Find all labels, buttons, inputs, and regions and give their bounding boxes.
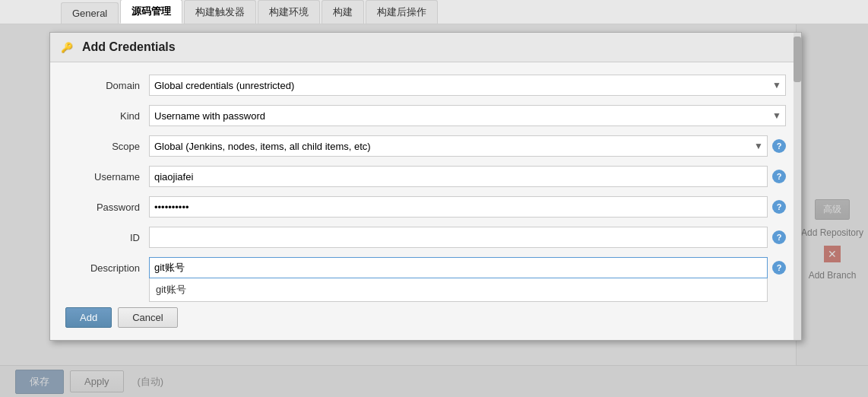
main-area: 🔑 Add Credentials Domain Global credenti… [0, 24, 868, 397]
username-control: ? [149, 166, 786, 187]
kind-select-wrapper: Username with password ▼ [149, 105, 786, 126]
key-icon: 🔑 [61, 43, 76, 52]
username-help-icon[interactable]: ? [772, 170, 786, 183]
description-dropdown-item[interactable]: git账号 [150, 278, 767, 301]
scope-control: Global (Jenkins, nodes, items, all child… [149, 135, 786, 157]
modal-scrollbar[interactable] [794, 33, 801, 340]
description-label: Description [65, 262, 149, 274]
id-row: ID ? [65, 227, 786, 248]
tab-general[interactable]: General [61, 2, 119, 24]
description-dropdown: git账号 [149, 278, 768, 302]
domain-row: Domain Global credentials (unrestricted)… [65, 75, 786, 96]
id-control: ? [149, 227, 786, 248]
password-control: ? [149, 196, 786, 218]
modal-header: 🔑 Add Credentials [50, 33, 801, 62]
domain-select-wrapper: Global credentials (unrestricted) ▼ [149, 75, 786, 96]
scope-help-icon[interactable]: ? [772, 139, 786, 153]
tab-build[interactable]: 构建 [322, 0, 364, 24]
password-help-icon[interactable]: ? [772, 200, 786, 214]
modal-scrollbar-thumb[interactable] [794, 37, 801, 82]
tab-bar: General 源码管理 构建触发器 构建环境 构建 构建后操作 [0, 0, 868, 24]
domain-select[interactable]: Global credentials (unrestricted) [149, 75, 786, 96]
kind-row: Kind Username with password ▼ [65, 105, 786, 126]
password-label: Password [65, 202, 149, 213]
scope-row: Scope Global (Jenkins, nodes, items, all… [65, 135, 786, 157]
scope-select-wrapper: Global (Jenkins, nodes, items, all child… [149, 135, 768, 157]
tab-post-build[interactable]: 构建后操作 [366, 0, 438, 24]
add-credentials-modal: 🔑 Add Credentials Domain Global credenti… [49, 32, 802, 341]
description-row: Description git账号 ? [65, 257, 786, 278]
modal-title: Add Credentials [82, 40, 176, 54]
username-input[interactable] [149, 166, 768, 187]
description-control: git账号 ? [149, 257, 786, 278]
scope-select[interactable]: Global (Jenkins, nodes, items, all child… [149, 135, 768, 157]
tab-build-env[interactable]: 构建环境 [258, 0, 320, 24]
id-help-icon[interactable]: ? [772, 230, 786, 244]
kind-control: Username with password ▼ [149, 105, 786, 126]
add-button[interactable]: Add [65, 307, 112, 328]
id-input[interactable] [149, 227, 768, 248]
modal-footer: Add Cancel [50, 300, 801, 340]
username-label: Username [65, 171, 149, 183]
id-label: ID [65, 232, 149, 243]
description-help-icon[interactable]: ? [772, 261, 786, 275]
domain-control: Global credentials (unrestricted) ▼ [149, 75, 786, 96]
tab-build-triggers[interactable]: 构建触发器 [184, 0, 256, 24]
modal-body: Domain Global credentials (unrestricted)… [50, 62, 801, 300]
username-row: Username ? [65, 166, 786, 187]
kind-label: Kind [65, 110, 149, 122]
kind-select[interactable]: Username with password [149, 105, 786, 126]
description-wrap: git账号 [149, 257, 768, 278]
cancel-button[interactable]: Cancel [118, 307, 177, 328]
scope-label: Scope [65, 141, 149, 152]
password-row: Password ? [65, 196, 786, 218]
domain-label: Domain [65, 80, 149, 91]
description-input[interactable] [149, 257, 768, 278]
password-input[interactable] [149, 196, 768, 218]
tab-source-mgmt[interactable]: 源码管理 [120, 0, 182, 24]
